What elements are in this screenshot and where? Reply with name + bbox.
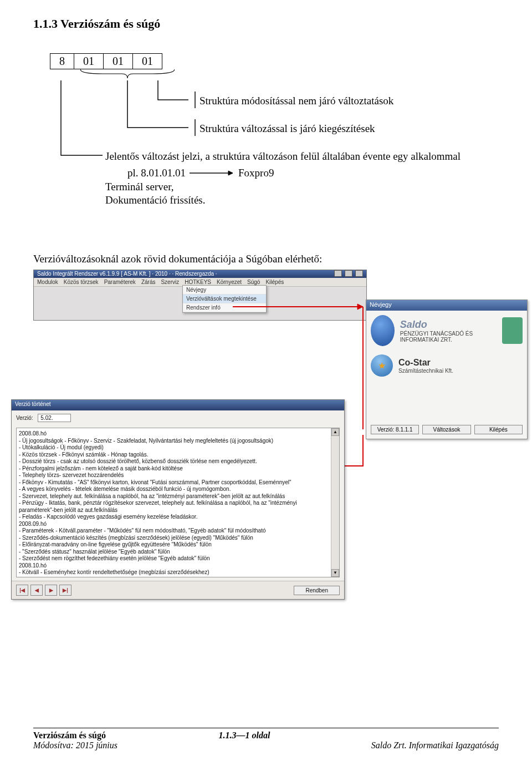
brace-icon: [80, 68, 175, 79]
footer-right: Saldo Zrt. Informatikai Igazgatóság: [371, 731, 499, 750]
version-label: Verzió:: [16, 415, 33, 421]
company-name: Saldo: [400, 319, 497, 331]
dialog-footer: |◀ ◀ ▶ ▶| Rendben: [12, 581, 344, 599]
company-sub: PÉNZÜGYI TANÁCSADÓ ÉS INFORMATIKAI ZRT.: [400, 331, 497, 343]
changelog-line: - Szerződést nem rögzíthet fedezethiány …: [19, 555, 328, 562]
version-top: Verzió: 5.02.: [12, 410, 344, 425]
changelog-line: - Főkönyv - Kimutatás - "AS" főkönyvi ka…: [19, 479, 328, 486]
menu-item[interactable]: Szerviz: [161, 279, 179, 285]
footer-left: Verziószám és súgó Módosítva: 2015 júniu…: [33, 731, 117, 750]
para: Verzióváltozásoknál azok rövid dokumentá…: [33, 252, 341, 266]
version-table: 8 01 01 01: [50, 53, 162, 69]
changelog-list[interactable]: 2008.08.hó- Új jogosultságok - Főkönyv -…: [16, 428, 340, 577]
menu-item[interactable]: Súgó: [247, 279, 260, 285]
changelog-line: 2008.09.hó: [19, 521, 328, 528]
changelog-line: - Telephely törzs- szervezet hozzárendel…: [19, 472, 328, 479]
changelog-line: - A vegyes könyvelés - tételek átemelése…: [19, 486, 328, 493]
line2: Struktúra változással is járó kiegészíté…: [200, 122, 375, 136]
dialog-title: Verzió történet: [12, 400, 344, 410]
footer-modified: Módosítva: 2015 június: [33, 740, 117, 750]
next-button[interactable]: ▶: [45, 585, 57, 596]
changelog-line: 2008.10.hó: [19, 562, 328, 570]
changelog-line: - Szervezet, telephely aut. felkínálása …: [19, 493, 328, 500]
close-icon[interactable]: [355, 270, 363, 277]
scroll-down-icon[interactable]: ▼: [331, 569, 339, 577]
line3-target: Foxpro9: [238, 166, 274, 180]
footer-page-number: 1.1.3—1 oldal: [218, 731, 270, 740]
version-cell: 01: [133, 54, 162, 69]
changelog-line: 2008.08.hó: [19, 430, 328, 438]
about-dialog: Névjegy Saldo PÉNZÜGYI TANÁCSADÓ ÉS INFO…: [366, 300, 528, 439]
window-controls[interactable]: [333, 270, 363, 278]
company-text: Saldo PÉNZÜGYI TANÁCSADÓ ÉS INFORMATIKAI…: [400, 319, 497, 343]
changelog-line: - Új jogosultságok - Főkönyv - Szerviz -…: [19, 438, 328, 445]
company-text: Co-Star Számítástechnikai Kft.: [398, 358, 453, 374]
company-row: Saldo PÉNZÜGYI TANÁCSADÓ ÉS INFORMATIKAI…: [371, 315, 523, 346]
line1: Struktúra módosítással nem járó változta…: [200, 94, 393, 108]
changelog-line: - Pénzforgalmi jelzőszám - nem kötelező …: [19, 465, 328, 473]
changelog-line: - Feladás - Kapcsolódó vegyes gazdasági …: [19, 514, 328, 521]
menu-item[interactable]: Környezet: [217, 279, 242, 285]
saldo-logo-icon: [371, 315, 395, 346]
titlebar: Saldo Integrált Rendszer v6.1.9.9 [ AS-M…: [34, 270, 366, 278]
version-button[interactable]: Verzió: 8.1.1.1: [371, 425, 419, 434]
changelog-line: - "Szerződés státusz" használat jelölése…: [19, 549, 328, 556]
ok-button[interactable]: Rendben: [294, 586, 340, 595]
brace: [50, 69, 499, 80]
changelog-line: - Pénzügy - Iktatás, bank, pénztár rögzí…: [19, 500, 328, 514]
footer-org: Saldo Zrt. Informatikai Igazgatóság: [371, 740, 499, 750]
footer-center: 1.1.3—1 oldal: [218, 731, 270, 750]
diagram: Struktúra módosítással nem járó változta…: [50, 80, 499, 247]
changelog-line: - Utókalkuláció - Új modul (egyedi): [19, 444, 328, 452]
dialog-body: Saldo PÉNZÜGYI TANÁCSADÓ ÉS INFORMATIKAI…: [366, 311, 527, 381]
changelog-content: 2008.08.hó- Új jogosultságok - Főkönyv -…: [19, 430, 337, 576]
company-sub: Számítástechnikai Kft.: [398, 368, 453, 374]
close-button[interactable]: Kilépés: [474, 425, 523, 434]
changelog-line: - Szerződés-dokumentáció készítés (megbí…: [19, 535, 328, 542]
changelog-line: - Előirányzat-maradvány on-line figyelés…: [19, 541, 328, 549]
menu-item[interactable]: HOTKEYS: [185, 279, 211, 285]
version-input[interactable]: 5.02.: [38, 414, 71, 422]
dialog-buttons: Verzió: 8.1.1.1 Változások Kilépés: [371, 425, 523, 434]
section-heading: 1.1.3 Verziószám és súgó: [33, 17, 499, 31]
changelog-line: - Paraméterek - Kötváll.paraméter - "Műk…: [19, 527, 328, 535]
company-row: ★ Co-Star Számítástechnikai Kft.: [371, 354, 523, 377]
menu-item[interactable]: Közös törzsek: [64, 279, 99, 285]
maximize-icon[interactable]: [345, 270, 352, 277]
changelog-line: - Kötváll - Eseményhez kontír rendelteth…: [19, 569, 328, 576]
changes-button[interactable]: Változások: [422, 425, 470, 434]
page: 1.1.3 Verziószám és súgó 8 01 01 01: [0, 0, 532, 766]
changelog-line: - Közös törzsek - Főkönyvi számlák - Hón…: [19, 452, 328, 459]
dropdown-item[interactable]: Névjegy: [183, 286, 266, 295]
company-name: Co-Star: [398, 358, 453, 368]
menu-item[interactable]: Modulok: [37, 279, 58, 285]
certification-badge-icon: [502, 317, 523, 344]
last-button[interactable]: ▶|: [59, 585, 71, 596]
version-cell: 01: [104, 54, 133, 69]
version-cell: 01: [74, 54, 104, 69]
line3d: Terminál server,: [105, 180, 173, 194]
minimize-icon[interactable]: [334, 270, 342, 277]
line3a: Jelentős változást jelzi, a struktúra vá…: [105, 150, 521, 164]
menu-item[interactable]: Paraméterek: [104, 279, 136, 285]
version-cell: 8: [50, 54, 74, 69]
prev-button[interactable]: ◀: [30, 585, 43, 596]
nav-buttons: |◀ ◀ ▶ ▶|: [16, 585, 71, 596]
version-history-dialog: Verzió történet Verzió: 5.02. 2008.08.hó…: [11, 399, 345, 600]
costar-logo-icon: ★: [371, 354, 393, 377]
window-title: Saldo Integrált Rendszer v6.1.9.9 [ AS-M…: [37, 271, 217, 277]
line3e: Dokumentáció frissítés.: [105, 194, 205, 207]
page-footer: Verziószám és súgó Módosítva: 2015 júniu…: [33, 728, 499, 750]
scroll-up-icon[interactable]: ▲: [331, 428, 339, 436]
footer-section-name: Verziószám és súgó: [33, 731, 106, 740]
menu-item[interactable]: Zárás: [141, 279, 156, 285]
first-button[interactable]: |◀: [16, 585, 28, 596]
line3-example: pl. 8.01.01.01: [127, 166, 186, 180]
dialog-title: Névjegy: [366, 300, 527, 311]
table-row: 8 01 01 01: [50, 54, 162, 69]
changelog-line: - Dosszié törzs - csak az utolsó dosszié…: [19, 458, 328, 465]
menu-item[interactable]: Kilépés: [265, 279, 284, 285]
scrollbar[interactable]: ▲ ▼: [331, 428, 339, 577]
